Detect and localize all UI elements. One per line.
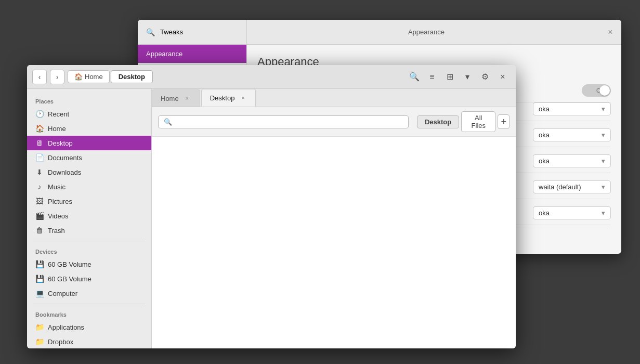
sidebar-item-volume-1[interactable]: 💾 60 GB Volume [27, 257, 151, 271]
icons-dropdown[interactable]: oka ▾ [533, 128, 611, 141]
fm-content [152, 137, 516, 348]
home-breadcrumb[interactable]: 🏠 Home [68, 70, 110, 83]
search-toggle-button[interactable]: 🔍 [407, 69, 422, 85]
add-filter-button[interactable]: + [498, 114, 510, 129]
tab-home-label: Home [161, 95, 179, 102]
tweaks-close-button[interactable]: × [606, 28, 615, 37]
sidebar-item-music[interactable]: ♪ Music [27, 179, 151, 194]
doc-font-dropdown[interactable]: oka ▾ [533, 206, 611, 219]
tab-desktop[interactable]: Desktop × [201, 89, 256, 107]
tab-desktop-close[interactable]: × [239, 94, 247, 102]
sidebar-item-label: Applications [48, 323, 84, 331]
forward-arrow-icon: › [56, 73, 59, 81]
tweaks-window-title: Appearance [247, 28, 606, 36]
drive-icon: 💾 [35, 260, 44, 268]
list-icon: ≡ [429, 72, 434, 82]
drive-icon: 💾 [35, 275, 44, 283]
sidebar-item-videos[interactable]: 🎬 Videos [27, 209, 151, 223]
filemanager-window: ‹ › 🏠 Home Desktop 🔍 ≡ ⊞ ▾ [27, 65, 516, 348]
search-icon: 🔍 [164, 118, 172, 126]
fm-sidebar: Places 🕐 Recent 🏠 Home 🖥 Desktop 📄 Docum… [27, 89, 152, 348]
home-icon: 🏠 [74, 73, 83, 81]
tweaks-titlebar: 🔍 Tweaks Appearance × [138, 20, 621, 45]
close-button[interactable]: × [495, 69, 511, 85]
breadcrumb: 🏠 Home Desktop [68, 70, 153, 83]
gtk-theme-value: oka [539, 105, 550, 113]
font-dropdown[interactable]: waita (default) ▾ [533, 180, 611, 193]
font-value: waita (default) [539, 183, 581, 191]
search-input[interactable] [176, 118, 403, 126]
document-icon: 📄 [35, 153, 44, 162]
sidebar-item-desktop[interactable]: 🖥 Desktop [27, 136, 151, 150]
chevron-down-icon: ▾ [602, 209, 605, 217]
sidebar-item-label: Pictures [48, 198, 72, 205]
clock-icon: 🕐 [35, 110, 44, 118]
toolbar-right: 🔍 ≡ ⊞ ▾ ⚙ × [407, 69, 511, 85]
sidebar-item-label: 60 GB Volume [48, 275, 92, 283]
grid-icon: ⊞ [447, 72, 453, 82]
sidebar-item-label: Documents [48, 154, 82, 162]
sidebar-item-label: Computer [48, 290, 77, 297]
sidebar-item-label: 60 GB Volume [48, 261, 92, 268]
tab-home[interactable]: Home × [152, 89, 200, 107]
current-breadcrumb: Desktop [111, 70, 153, 83]
toggle-knob [599, 85, 610, 96]
back-arrow-icon: ‹ [38, 73, 41, 81]
sidebar-item-downloads[interactable]: ⬇ Downloads [27, 165, 151, 179]
doc-font-value: oka [539, 209, 550, 217]
fm-tabs: Home × Desktop × [152, 89, 516, 107]
filter-desktop-button[interactable]: Desktop [417, 115, 459, 128]
sidebar-item-documents[interactable]: 📄 Documents [27, 150, 151, 165]
sidebar-item-volume-2[interactable]: 💾 60 GB Volume [27, 271, 151, 286]
sidebar-item-dropbox[interactable]: 📁 Dropbox [27, 334, 151, 348]
chevron-down-icon: ▾ [602, 157, 605, 165]
gear-icon: ⚙ [481, 72, 489, 82]
grid-view-button[interactable]: ⊞ [442, 69, 458, 85]
tweaks-sidebar-item-appearance[interactable]: Appearance [138, 45, 246, 63]
filter-all-files-button[interactable]: All Files [461, 111, 495, 132]
sidebar-divider-2 [33, 304, 145, 304]
sidebar-item-home[interactable]: 🏠 Home [27, 121, 151, 136]
sidebar-item-label: Downloads [48, 168, 81, 176]
cursor-dropdown[interactable]: oka ▾ [533, 154, 611, 167]
sidebar-item-computer[interactable]: 💻 Computer [27, 286, 151, 301]
sort-button[interactable]: ▾ [460, 69, 475, 85]
desktop-icon: 🖥 [35, 139, 44, 147]
computer-icon: 💻 [35, 289, 44, 297]
sidebar-item-label: Dropbox [48, 338, 73, 346]
filemanager-titlebar: ‹ › 🏠 Home Desktop 🔍 ≡ ⊞ ▾ [27, 65, 516, 89]
folder-icon: 📁 [35, 323, 44, 331]
sidebar-item-label: Home [48, 125, 66, 133]
settings-button[interactable]: ⚙ [477, 69, 493, 85]
trash-icon: 🗑 [35, 226, 44, 235]
back-button[interactable]: ‹ [32, 70, 47, 84]
sidebar-item-label: Trash [48, 227, 65, 235]
forward-button[interactable]: › [50, 70, 64, 84]
sidebar-divider [33, 241, 145, 241]
home-icon: 🏠 [35, 124, 44, 133]
tab-home-close[interactable]: × [183, 94, 191, 102]
sidebar-item-pictures[interactable]: 🖼 Pictures [27, 194, 151, 209]
list-view-button[interactable]: ≡ [424, 69, 440, 85]
fm-search-bar: 🔍 Desktop All Files + [152, 107, 516, 137]
close-icon: × [500, 72, 505, 82]
places-section-label: Places [27, 94, 151, 107]
chevron-down-icon: ▾ [602, 131, 605, 139]
fm-filter-btns: Desktop All Files + [417, 111, 510, 132]
global-dark-toggle[interactable]: OFF [582, 84, 611, 97]
home-breadcrumb-label: Home [85, 73, 103, 81]
sidebar-item-label: Music [48, 183, 66, 191]
gtk-theme-dropdown[interactable]: oka ▾ [533, 102, 611, 115]
fm-main: Home × Desktop × 🔍 Desktop All Files + [152, 89, 516, 348]
devices-section-label: Devices [27, 244, 151, 257]
folder-icon: 📁 [35, 337, 44, 346]
bookmarks-section-label: Bookmarks [27, 307, 151, 320]
search-icon: 🔍 [409, 72, 420, 82]
tweaks-left-panel-header: 🔍 Tweaks [138, 20, 247, 44]
sidebar-item-recent[interactable]: 🕐 Recent [27, 107, 151, 121]
sidebar-item-label: Videos [48, 212, 69, 220]
sidebar-item-applications[interactable]: 📁 Applications [27, 320, 151, 334]
search-icon: 🔍 [146, 28, 155, 36]
music-icon: ♪ [35, 183, 44, 191]
sidebar-item-trash[interactable]: 🗑 Trash [27, 223, 151, 238]
